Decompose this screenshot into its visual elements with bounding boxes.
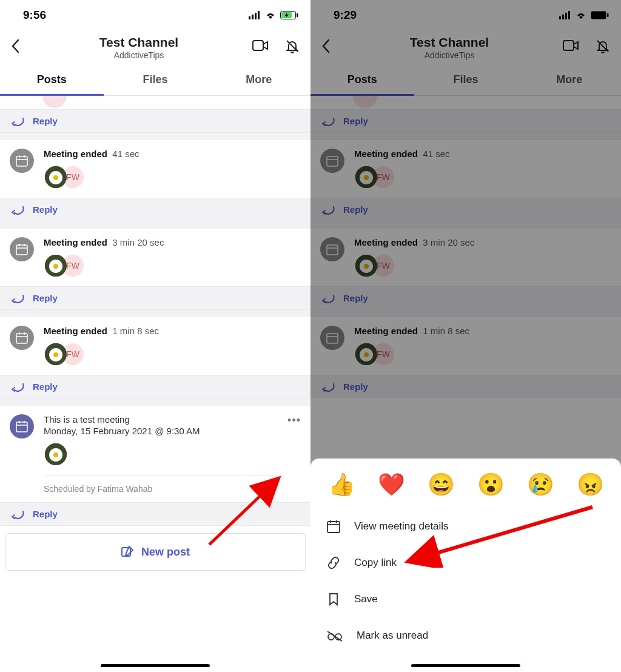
meeting-ended-label: Meeting ended xyxy=(44,237,107,247)
meeting-duration: 3 min 20 sec xyxy=(112,237,164,247)
post-more-button[interactable]: ••• xyxy=(287,414,301,494)
calendar-avatar xyxy=(10,414,34,438)
svg-rect-2 xyxy=(255,13,257,19)
home-indicator[interactable] xyxy=(411,664,520,667)
calendar-avatar xyxy=(10,326,34,350)
home-indicator[interactable] xyxy=(101,664,210,667)
svg-rect-5 xyxy=(297,13,298,17)
reply-row[interactable]: Reply xyxy=(0,109,310,133)
reply-label: Reply xyxy=(33,293,58,303)
reply-icon xyxy=(11,205,24,215)
signal-icon xyxy=(249,11,261,19)
save-item[interactable]: Save xyxy=(310,581,621,617)
meeting-duration: 1 min 8 sec xyxy=(112,326,159,336)
svg-rect-41 xyxy=(327,522,340,533)
reply-label: Reply xyxy=(33,116,58,126)
menu-label: Mark as unread xyxy=(357,630,428,642)
svg-rect-7 xyxy=(253,41,263,50)
bell-off-icon[interactable] xyxy=(285,39,300,56)
right-screenshot: 9:29 Test Channel AddictiveTips Posts Fi… xyxy=(310,0,621,672)
reply-row[interactable]: Reply xyxy=(0,198,310,221)
copy-link-item[interactable]: Copy link xyxy=(310,545,621,581)
message-action-sheet: 👍 ❤️ 😄 😮 😢 😠 View meeting details Copy l… xyxy=(310,459,621,672)
calendar-avatar xyxy=(10,237,34,261)
reaction-angry[interactable]: 😠 xyxy=(577,472,604,497)
meeting-post[interactable]: Meeting ended 41 sec FW xyxy=(0,140,310,198)
scheduled-meeting-post[interactable]: This is a test meeting Monday, 15 Februa… xyxy=(0,406,310,502)
status-bar: 9:56 xyxy=(0,0,310,30)
bookmark-icon xyxy=(326,592,341,606)
tab-posts[interactable]: Posts xyxy=(0,64,104,95)
channel-header: Test Channel AddictiveTips xyxy=(0,30,310,64)
reply-row[interactable]: Reply xyxy=(0,375,310,398)
svg-rect-1 xyxy=(252,15,253,19)
svg-rect-13 xyxy=(16,245,27,255)
reply-icon xyxy=(11,382,24,392)
svg-rect-9 xyxy=(16,156,27,166)
menu-label: View meeting details xyxy=(354,520,449,533)
avatar-peek xyxy=(42,96,67,108)
svg-rect-21 xyxy=(16,422,27,432)
status-icons xyxy=(249,11,298,19)
view-meeting-details-item[interactable]: View meeting details xyxy=(310,508,621,545)
reply-icon xyxy=(11,509,24,519)
calendar-avatar xyxy=(10,149,34,173)
compose-icon xyxy=(121,545,134,559)
menu-label: Copy link xyxy=(354,557,397,569)
meeting-post[interactable]: Meeting ended 3 min 20 sec FW xyxy=(0,229,310,286)
reply-row[interactable]: Reply xyxy=(0,502,310,526)
reply-label: Reply xyxy=(33,381,58,392)
glasses-icon xyxy=(326,628,343,643)
reaction-heart[interactable]: ❤️ xyxy=(378,472,405,497)
channel-subtitle: AddictiveTips xyxy=(25,50,252,60)
meeting-post[interactable]: Meeting ended 1 min 8 sec FW xyxy=(0,317,310,375)
tab-files[interactable]: Files xyxy=(104,64,207,95)
meeting-title: This is a test meeting xyxy=(44,414,278,425)
status-time: 9:56 xyxy=(23,8,46,22)
reaction-laugh[interactable]: 😄 xyxy=(428,472,455,497)
posts-feed[interactable]: Reply Meeting ended 41 sec FW Reply xyxy=(0,96,310,672)
new-post-button[interactable]: New post xyxy=(5,533,306,571)
meeting-datetime: Monday, 15 February 2021 @ 9:30 AM xyxy=(44,426,278,436)
reply-label: Reply xyxy=(33,204,58,215)
channel-title: Test Channel xyxy=(25,35,252,50)
reaction-surprise[interactable]: 😮 xyxy=(477,472,505,497)
back-button[interactable] xyxy=(11,39,25,56)
mark-unread-item[interactable]: Mark as unread xyxy=(310,617,621,654)
left-screenshot: 9:56 Test Channel AddictiveTips Posts Fi… xyxy=(0,0,310,672)
meeting-duration: 41 sec xyxy=(112,149,139,159)
reply-label: Reply xyxy=(33,509,58,519)
tab-more[interactable]: More xyxy=(207,64,310,95)
reply-icon xyxy=(11,116,24,126)
svg-rect-3 xyxy=(258,11,260,19)
reaction-sad[interactable]: 😢 xyxy=(527,472,554,497)
reply-row[interactable]: Reply xyxy=(0,286,310,310)
svg-rect-17 xyxy=(16,334,27,343)
svg-rect-0 xyxy=(249,16,250,19)
video-call-icon[interactable] xyxy=(252,39,268,56)
calendar-icon xyxy=(326,519,341,534)
scheduled-by: Scheduled by Fatima Wahab xyxy=(44,475,278,494)
new-post-label: New post xyxy=(141,546,190,559)
organizer-avatar xyxy=(44,442,68,466)
meeting-ended-label: Meeting ended xyxy=(44,149,107,159)
wifi-icon xyxy=(264,11,277,19)
menu-label: Save xyxy=(354,593,378,605)
meeting-ended-label: Meeting ended xyxy=(44,326,107,336)
reaction-thumb[interactable]: 👍 xyxy=(328,472,355,497)
tab-bar: Posts Files More xyxy=(0,64,310,96)
reaction-row: 👍 ❤️ 😄 😮 😢 😠 xyxy=(310,468,621,508)
battery-charging-icon xyxy=(280,11,298,19)
link-icon xyxy=(326,556,341,570)
reply-icon xyxy=(11,294,24,303)
